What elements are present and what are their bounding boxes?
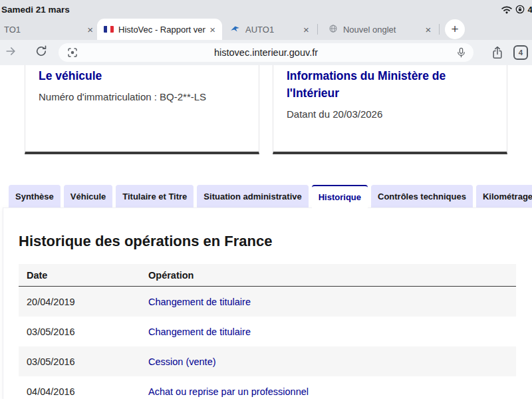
section-heading: Historique des opérations en France — [19, 233, 532, 250]
table-row: 04/04/2016 Achat ou reprise par un profe… — [19, 376, 516, 399]
table-row: 03/05/2016 Changement de titulaire — [19, 317, 516, 346]
card-title: Le véhicule — [39, 67, 245, 84]
browser-toolbar: histovec.interieur.gouv.fr 4 — [0, 40, 532, 65]
row-operation-link[interactable]: Achat ou reprise par un professionnel — [148, 386, 516, 397]
close-tab-icon[interactable]: × — [299, 24, 313, 35]
table-header-row: Date Opération — [19, 264, 516, 287]
tab-controles-techniques[interactable]: Contrôles techniques — [371, 185, 473, 207]
tab-count-button[interactable]: 4 — [513, 45, 528, 60]
vehicle-card: Le véhicule Numéro d'immatriculation : B… — [25, 65, 259, 154]
tab-separator — [439, 24, 440, 35]
tab-kilometrage[interactable]: Kilométrage — [476, 185, 532, 207]
forward-icon[interactable] — [4, 45, 17, 61]
browser-tab-auto1[interactable]: AUTO1 × — [222, 19, 315, 40]
battery-percent: 45 — [528, 5, 532, 15]
column-header-operation: Opération — [148, 270, 516, 281]
rotation-lock-icon — [515, 5, 525, 14]
card-text: Numéro d'immatriculation : BQ-2**-LS — [39, 91, 245, 102]
operations-table: Date Opération 20/04/2019 Changement de … — [19, 264, 516, 399]
table-row: 03/05/2016 Cession (vente) — [19, 346, 516, 376]
browser-tab-partial[interactable]: TO1 × — [0, 19, 97, 40]
browser-tab-title: TO1 — [4, 25, 21, 35]
wifi-icon — [501, 5, 512, 14]
browser-tab-histovec[interactable]: HistoVec - Rapport vend × — [97, 19, 222, 40]
status-icons: 45 — [501, 5, 532, 15]
report-tab-list: Synthèse Véhicule Titulaire et Titre Sit… — [9, 185, 532, 207]
card-title: Informations du Ministère de l'Intérieur — [287, 67, 493, 102]
reload-icon[interactable] — [35, 45, 48, 61]
row-date: 03/05/2016 — [19, 327, 148, 337]
row-operation-link[interactable]: Cession (vente) — [148, 356, 516, 367]
card-text: Datant du 20/03/2026 — [287, 108, 493, 120]
close-tab-icon[interactable]: × — [205, 24, 219, 35]
historique-panel: Historique des opérations en France Date… — [3, 207, 532, 399]
tab-vehicule[interactable]: Véhicule — [64, 185, 112, 207]
column-header-date: Date — [19, 270, 148, 281]
row-date: 20/04/2019 — [19, 297, 148, 307]
auto1-favicon-icon — [230, 24, 240, 35]
row-date: 04/04/2016 — [19, 386, 148, 397]
browser-tab-title: AUTO1 — [245, 25, 274, 35]
french-flag-favicon-icon — [104, 26, 114, 33]
browser-tab-strip: TO1 × HistoVec - Rapport vend × AUTO1 × … — [0, 19, 532, 40]
close-tab-icon[interactable]: × — [421, 24, 435, 35]
address-bar[interactable]: histovec.interieur.gouv.fr — [59, 43, 473, 62]
row-operation-link[interactable]: Changement de titulaire — [148, 297, 516, 307]
microphone-icon[interactable] — [456, 47, 467, 61]
tab-separator — [317, 24, 318, 35]
status-bar: Samedi 21 mars 45 — [0, 0, 532, 19]
tab-historique[interactable]: Historique — [312, 185, 368, 207]
browser-tab-new[interactable]: Nouvel onglet × — [321, 19, 436, 40]
row-operation-link[interactable]: Changement de titulaire — [148, 327, 516, 337]
browser-tab-title: Nouvel onglet — [343, 25, 396, 35]
tab-titulaire-et-titre[interactable]: Titulaire et Titre — [116, 185, 194, 207]
table-row: 20/04/2019 Changement de titulaire — [19, 287, 516, 317]
tab-synthese[interactable]: Synthèse — [9, 185, 61, 207]
web-content: Le véhicule Numéro d'immatriculation : B… — [0, 65, 532, 399]
tab-situation-administrative[interactable]: Situation administrative — [197, 185, 308, 207]
globe-favicon-icon — [329, 24, 338, 35]
browser-tab-title: HistoVec - Rapport vend — [118, 25, 205, 35]
new-tab-button[interactable]: + — [445, 19, 465, 39]
share-icon[interactable] — [491, 45, 504, 63]
screen: Samedi 21 mars 45 TO1 × HistoVec - Rappo… — [0, 0, 532, 399]
close-tab-icon[interactable]: × — [83, 24, 97, 35]
status-date: Samedi 21 mars — [1, 5, 70, 15]
url-text[interactable]: histovec.interieur.gouv.fr — [59, 47, 473, 58]
row-date: 03/05/2016 — [19, 356, 148, 367]
ministry-info-card: Informations du Ministère de l'Intérieur… — [273, 65, 507, 154]
